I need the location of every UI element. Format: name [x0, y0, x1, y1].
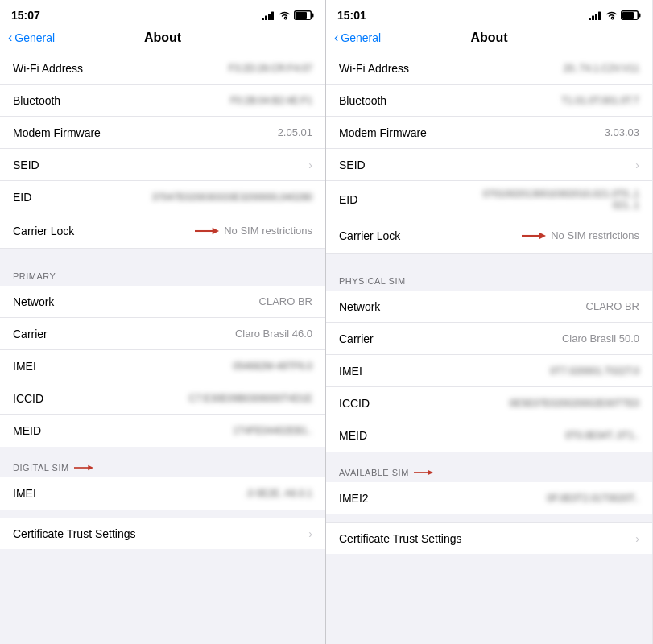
- signal-icon: [262, 10, 275, 20]
- top-rows-group: Wi-Fi Address F3:2D:26:CR:F4:07 Bluetoot…: [0, 52, 325, 213]
- carrier-lock-label: Carrier Lock: [13, 225, 74, 237]
- cert-trust-label: Certificate Trust Settings: [339, 532, 462, 545]
- settings-row: Wi-Fi Address 20..T4.1.C2V.V11: [326, 52, 652, 85]
- battery-icon: [621, 10, 641, 20]
- row-label: IMEI: [13, 360, 36, 373]
- row-value: 3.03.03: [605, 126, 639, 138]
- row-value-blurred: 0T0.0E04T..0T1..: [565, 430, 639, 441]
- status-time: 15:01: [337, 9, 366, 22]
- row-value-blurred: 1T4FE04402EB1..: [233, 425, 312, 436]
- status-bar: 15:07: [0, 0, 325, 27]
- settings-row: Modem Firmware 3.03.03: [326, 117, 652, 149]
- section-spacer: [0, 249, 325, 257]
- svg-rect-2: [268, 14, 271, 20]
- nav-bar: ‹ General About: [0, 27, 325, 52]
- cert-chevron-icon: ›: [635, 532, 639, 545]
- no-sim-text: No SIM restrictions: [224, 225, 312, 237]
- svg-rect-5: [312, 14, 314, 18]
- row-value-blurred: C7:E30E09B0306000T4D1E: [189, 393, 312, 404]
- row-value-blurred: F3:2D:26:CR:F4:07: [229, 63, 312, 74]
- red-arrow-icon: [74, 463, 93, 473]
- settings-row-seid[interactable]: SEID ›: [326, 149, 652, 181]
- cert-trust-row[interactable]: Certificate Trust Settings ›: [326, 522, 652, 554]
- settings-row: ICCID 0E5E07E020020002E00TTE0: [326, 387, 652, 419]
- svg-rect-0: [262, 18, 264, 20]
- row-value: Claro Brasil 46.0: [235, 328, 312, 340]
- settings-row: Bluetooth F0:2B:04:B2:4E:F1: [0, 85, 325, 117]
- row-label: IMEI: [13, 487, 36, 500]
- settings-row: Bluetooth T1.01.0T.001.0T.T: [326, 85, 652, 117]
- row-value: Claro Brasil 50.0: [562, 332, 639, 345]
- carrier-red-arrow: [195, 225, 219, 237]
- settings-row-seid[interactable]: SEID ›: [0, 149, 325, 181]
- nav-back-button[interactable]: ‹ General: [8, 31, 55, 45]
- carrier-lock-row: Carrier Lock No SIM restrictions: [326, 218, 652, 254]
- row-label: EID: [339, 193, 357, 206]
- svg-marker-10: [88, 465, 93, 471]
- phone-panel-right: 15:01 ‹ General About Wi: [326, 0, 652, 644]
- row-label: MEID: [13, 424, 41, 437]
- svg-marker-21: [428, 470, 433, 476]
- row-label: EID: [13, 191, 31, 204]
- phone-panel-left: 15:07 ‹ General About Wi: [0, 0, 326, 644]
- digital-rows-group: IMEI .0 0E2E. A6.0.1: [0, 477, 325, 510]
- section-spacer-3: [326, 514, 652, 522]
- row-value-blurred: 0T7.020001.T022T.0: [550, 365, 639, 377]
- back-chevron-icon: ‹: [8, 31, 12, 45]
- settings-row: IMEI .0 0E2E. A6.0.1: [0, 477, 325, 510]
- svg-marker-8: [213, 227, 219, 233]
- section-red-arrow: [414, 468, 433, 477]
- carrier-lock-row: Carrier Lock No SIM restrictions: [0, 213, 325, 249]
- cert-trust-label: Certificate Trust Settings: [13, 527, 136, 540]
- row-label: SEID: [339, 159, 366, 171]
- row-label: Wi-Fi Address: [13, 62, 83, 75]
- section-primary-header: PRIMARY: [0, 257, 325, 286]
- nav-back-label[interactable]: General: [341, 31, 381, 44]
- settings-row: Carrier Claro Brasil 46.0: [0, 318, 325, 350]
- row-label: Carrier: [13, 328, 48, 341]
- status-bar: 15:01: [326, 0, 652, 27]
- row-label: MEID: [339, 429, 367, 442]
- svg-rect-6: [296, 12, 307, 19]
- red-arrow-icon: [522, 229, 546, 242]
- nav-back-button[interactable]: ‹ General: [334, 31, 381, 45]
- row-label: ICCID: [13, 392, 43, 405]
- section-digital-label: DIGITAL SIM: [13, 463, 69, 473]
- status-icons: [589, 10, 641, 20]
- wifi-icon: [279, 11, 291, 20]
- section-primary-header: PHYSICAL SIM: [326, 262, 652, 291]
- section-spacer-3: [0, 510, 325, 518]
- section-red-arrow: [74, 463, 93, 473]
- row-label: Bluetooth: [13, 94, 60, 107]
- svg-marker-19: [539, 232, 546, 238]
- settings-row: EID 07010020130010302010,021.0T0.,1021..…: [326, 181, 652, 218]
- row-value-blurred: 0E5E07E020020002E00TTE0: [510, 398, 639, 409]
- settings-row: Network CLARO BR: [326, 291, 652, 323]
- svg-rect-14: [598, 12, 601, 21]
- settings-row: Modem Firmware 2.05.01: [0, 117, 325, 149]
- row-label: IMEI2: [339, 492, 369, 505]
- row-value-blurred: .0 0E2E. A6.0.1: [246, 488, 312, 499]
- carrier-red-arrow: [522, 229, 546, 242]
- row-label: IMEI: [339, 365, 362, 378]
- row-label: Network: [13, 295, 54, 308]
- svg-rect-11: [589, 18, 591, 20]
- row-value: CLARO BR: [586, 300, 639, 312]
- no-sim-text: No SIM restrictions: [551, 229, 639, 242]
- svg-rect-1: [265, 16, 267, 21]
- section-digital-label: AVAILABLE SIM: [339, 468, 409, 477]
- cert-trust-row[interactable]: Certificate Trust Settings ›: [0, 518, 325, 549]
- row-label: Modem Firmware: [13, 126, 101, 139]
- settings-row: Carrier Claro Brasil 50.0: [326, 323, 652, 355]
- settings-row: MEID 1T4FE04402EB1..: [0, 415, 325, 447]
- settings-row: EID 37047E020030333E3200000,040280: [0, 181, 325, 213]
- row-label: ICCID: [339, 397, 370, 410]
- nav-back-label[interactable]: General: [14, 31, 55, 44]
- row-label: Modem Firmware: [339, 126, 427, 139]
- wifi-icon: [605, 11, 618, 20]
- section-digital-header: DIGITAL SIM: [0, 455, 325, 477]
- carrier-arrow-container: No SIM restrictions: [522, 229, 639, 242]
- red-arrow-icon: [414, 468, 433, 477]
- carrier-lock-label: Carrier Lock: [339, 229, 400, 242]
- primary-rows-group: Network CLARO BR Carrier Claro Brasil 50…: [326, 291, 652, 452]
